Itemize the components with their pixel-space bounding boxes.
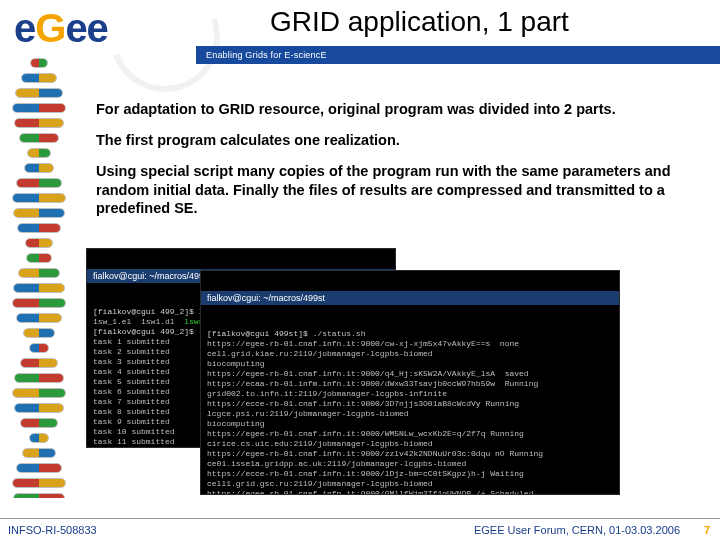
footer-right: EGEE User Forum, CERN, 01-03.03.2006 [474,524,680,536]
body-text: For adaptation to GRID resource, origina… [96,100,696,230]
dna-sidebar [0,58,78,498]
logo-ee: ee [65,6,108,50]
logo-text: eGee [14,6,108,51]
logo-e1: e [14,6,35,50]
egee-logo: eGee [0,0,196,58]
footer-left: INFSO-RI-508833 [8,524,97,536]
paragraph-3: Using special script many copies of the … [96,162,696,219]
paragraph-1: For adaptation to GRID resource, origina… [96,100,696,119]
page-title: GRID application, 1 part [270,6,569,38]
page-number: 7 [704,524,710,536]
terminal-status: fialkov@cgui: ~/macros/499st [fialkov@cg… [200,270,620,495]
terminal-status-title: fialkov@cgui: ~/macros/499st [201,291,619,305]
paragraph-2: The first program calculates one realiza… [96,131,696,150]
tagline-bar: Enabling Grids for E-sciencE [196,46,720,64]
logo-g: G [35,6,65,50]
terminal-status-content: [fialkov@cgui 499st]$ ./status.sh https:… [201,327,619,495]
slide-header: eGee GRID application, 1 part Enabling G… [0,0,720,68]
slide-footer: INFSO-RI-508833 EGEE User Forum, CERN, 0… [0,518,720,540]
slide: eGee GRID application, 1 part Enabling G… [0,0,720,540]
